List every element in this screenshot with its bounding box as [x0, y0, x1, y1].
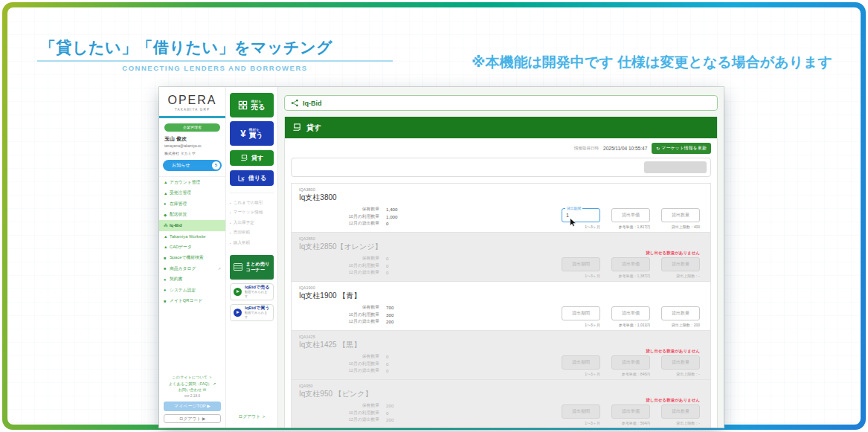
stat-value: 300	[386, 312, 393, 319]
field-貸出期間: 貸出期間	[562, 355, 600, 370]
sidebar-item-label: Iq-Bid	[170, 223, 181, 228]
secondary-nav-label: 売却依頼	[234, 230, 250, 236]
secondary-nav-item[interactable]: ▪入出庫予定	[230, 218, 274, 228]
field-貸出期間[interactable]: 貸出期間	[562, 306, 600, 320]
stat-value: 0	[386, 262, 388, 270]
field-help: 1〜3ヶ月	[562, 323, 600, 327]
sidebar-item[interactable]: ⁂Iq-Bid	[159, 220, 225, 231]
item-row: IQA950Iq支柱950 【ピンク】保有数量20010月の利用数量012月の貸…	[292, 380, 710, 428]
orders-icon: ▲	[164, 191, 170, 196]
footer-link[interactable]: よくあるご質問（FAQ） ↗	[159, 381, 225, 387]
sidebar-footer: このサイトについて ＞よくあるご質問（FAQ） ↗お問い合わせ ✉ ver 2.…	[159, 374, 225, 424]
field-貸出数量[interactable]: 貸出数量	[661, 208, 700, 222]
secondary-nav-item[interactable]: ▪マーケット情報	[230, 208, 274, 219]
lend-icon	[240, 154, 248, 162]
field-placeholder: 貸出単価	[622, 310, 640, 317]
item-row: IQA2850Iq支柱2850【オレンジ】保有数量010月の利用数量012月の貸…	[292, 233, 710, 282]
item-row: IQA1425Iq支柱1425 【黒】保有数量010月の利用数量012月の貸出数…	[292, 331, 710, 380]
stat-value: 0	[386, 220, 388, 228]
footer-link[interactable]: お問い合わせ ✉	[159, 387, 225, 393]
buy-button[interactable]: ¥ 機材を 買う	[230, 121, 274, 146]
sell-button[interactable]: 機材を 売る	[230, 93, 274, 117]
main-content: Iq-Bid 貸す 情報取得日時 2025/11/04 10:55:47	[278, 87, 724, 428]
field-placeholder: 貸出単価	[622, 261, 640, 268]
sidebar-item[interactable]: ▲アカウント管理	[159, 177, 225, 188]
field-help: 貸出上限数：200	[661, 323, 700, 327]
sidebar-item[interactable]: ■メイトQRコード	[159, 296, 225, 307]
lend-section-icon	[292, 123, 302, 132]
iqbid-molecule-icon	[291, 99, 299, 107]
sidebar-item-label: 受発注管理	[170, 190, 191, 196]
field-group: 貸出単価参考単価：1,387円	[611, 257, 650, 278]
mypage-top-button[interactable]: マイページTOP ▶	[164, 402, 221, 411]
video-link-card[interactable]: IqBidで売る動画でみられます	[230, 283, 274, 300]
footer-link[interactable]: このサイトについて ＞	[159, 375, 225, 380]
sidebar-item[interactable]: ◆配送状況	[159, 210, 225, 221]
refresh-market-button[interactable]: ↻ マーケット情報を更新	[652, 143, 711, 154]
stat-label: 保有数量	[299, 255, 379, 262]
no-stock-warning: 貸し出せる数量がありません	[646, 251, 700, 256]
stat-value: 0	[386, 255, 388, 262]
sidebar-item[interactable]: ●契約書	[159, 274, 225, 286]
secondary-nav-label: マーケット情報	[234, 210, 263, 216]
sidebar-item[interactable]: ▲CADデータ	[159, 242, 225, 253]
notice-toggle[interactable]: お知らせ 5	[163, 160, 222, 171]
worksite-icon: ▲	[164, 234, 170, 239]
stat-value: 1,400	[386, 206, 397, 213]
secondary-nav-item[interactable]: ▪売却依頼	[230, 228, 274, 239]
search-disabled-button[interactable]	[644, 161, 707, 173]
sidebar-item[interactable]: ●システム設定	[159, 285, 225, 296]
field-貸出単価[interactable]: 貸出単価	[611, 208, 650, 222]
field-group: 貸出期間11〜3ヶ月	[562, 208, 600, 229]
bundle-sale-button[interactable]: まとめ売り コーナー	[230, 255, 274, 280]
user-name: 玉山 俊次	[164, 135, 220, 143]
field-貸出期間[interactable]: 貸出期間1	[562, 208, 600, 222]
bundle-line2: コーナー	[245, 267, 269, 273]
opera-logo: OPERA TAKAMIYA GRP	[159, 87, 225, 118]
field-group: 貸出単価参考単価：1,011円	[611, 306, 650, 327]
secondary-nav-label: 購入依頼	[234, 240, 250, 246]
field-貸出数量[interactable]: 貸出数量	[661, 306, 700, 320]
secondary-nav-item[interactable]: ▪これまでの取引	[230, 198, 274, 208]
field-貸出単価: 貸出単価	[611, 257, 650, 271]
video-sublabel: 動画でみられます	[245, 311, 270, 318]
item-code: IQA3800	[299, 187, 703, 192]
sidebar-item[interactable]: ■Spaceで機材検索	[159, 253, 225, 264]
secondary-nav-item[interactable]: ▪購入依頼	[230, 238, 274, 248]
stat-value: 0	[386, 361, 388, 368]
user-company: 株式会社 タカミヤ	[164, 151, 220, 155]
field-group: 貸出単価参考単価：564円	[611, 404, 650, 425]
play-icon	[234, 309, 242, 317]
sidebar-menu: ▲アカウント管理▲受発注管理●在庫管理◆配送状況⁂Iq-Bid▲Takamiya…	[159, 176, 225, 306]
yen-icon: ¥	[240, 128, 245, 139]
sidebar-footer-links: このサイトについて ＞よくあるご質問（FAQ） ↗お問い合わせ ✉	[159, 375, 225, 393]
stat-value: 0	[386, 367, 388, 375]
item-code: IQA2850	[299, 236, 703, 241]
item-name: Iq支柱1900 【青】	[299, 291, 703, 301]
sidebar-item[interactable]: ●在庫管理	[159, 199, 225, 210]
field-貸出単価[interactable]: 貸出単価	[611, 306, 650, 320]
lend-button[interactable]: 貸す	[230, 150, 274, 166]
no-stock-warning: 貸し出せる数量がありません	[646, 349, 700, 354]
iqbid-icon: ⁂	[164, 223, 170, 228]
sidebar-item[interactable]: ▲Takamiya Worksite	[159, 231, 225, 242]
item-row: IQA3800Iq支柱3800保有数量1,40010月の利用数量1,00012月…	[292, 184, 710, 233]
sidebar-item[interactable]: ▲受発注管理	[159, 188, 225, 199]
borrow-button[interactable]: 借りる	[230, 170, 274, 186]
video-link-card[interactable]: IqBidで買う動画でみられます	[230, 304, 274, 321]
field-placeholder: 貸出数量	[672, 212, 689, 219]
lend-section: 貸す 情報取得日時 2025/11/04 10:55:47 ↻ マーケット情報を…	[284, 117, 718, 428]
sidebar-item[interactable]: ■商品カタログ↗	[159, 263, 225, 274]
field-placeholder: 貸出数量	[672, 310, 689, 317]
sidebar-item-label: CADデータ	[170, 244, 192, 251]
notice-badge: 5	[212, 161, 220, 170]
nav-bullet-icon: ▪	[230, 221, 231, 225]
nav-bullet-icon: ▪	[230, 230, 231, 235]
catalog-icon: ■	[164, 266, 170, 271]
panel-footer-link[interactable]: ログアウト ＞	[226, 413, 278, 420]
logout-button[interactable]: ログアウト ▶	[164, 414, 221, 423]
field-placeholder: 貸出期間	[572, 261, 590, 268]
external-link-icon: ↗	[218, 266, 221, 271]
item-name: Iq支柱2850【オレンジ】	[299, 242, 703, 252]
field-placeholder: 貸出数量	[672, 408, 689, 415]
